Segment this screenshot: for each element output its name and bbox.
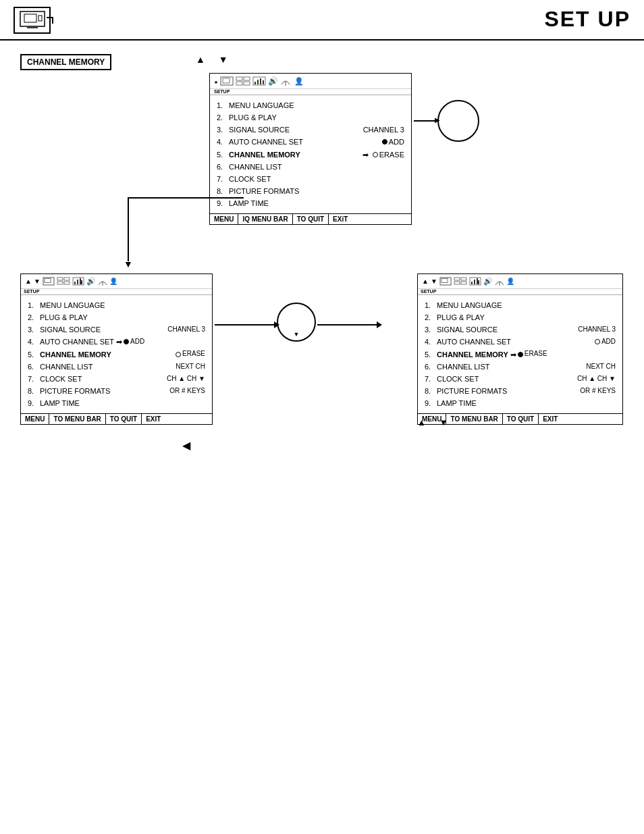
svg-rect-20 bbox=[64, 278, 70, 280]
bl-item-7: 7. CLOCK SET CH ▲ CH ▼ bbox=[28, 373, 205, 385]
bl-item-3: 3. SIGNAL SOURCE CHANNEL 3 bbox=[28, 323, 205, 336]
setup-label-br: SETUP bbox=[418, 289, 622, 295]
bl-item-5: 5. CHANNEL MEMORY ERASE bbox=[28, 348, 205, 361]
antenna-icon-bl bbox=[98, 278, 107, 286]
bottom-left-menu-footer: MENU TO MENU BAR TO QUIT EXIT bbox=[21, 413, 212, 424]
top-arrows: ▲ ▼ bbox=[196, 54, 234, 65]
device-icon bbox=[14, 7, 51, 34]
circle-middle: ▼ bbox=[277, 303, 316, 342]
radio-erase-top bbox=[373, 152, 378, 157]
svg-rect-2 bbox=[38, 16, 42, 21]
svg-rect-30 bbox=[454, 278, 460, 280]
br-item-5: 5. CHANNEL MEMORY ➡ ERASE bbox=[425, 348, 616, 361]
bl-item-1: 1. MENU LANGUAGE bbox=[28, 299, 205, 311]
bottom-right-menu-box: ▲ ▼ 🔊 👤 bbox=[417, 273, 623, 425]
menu-item-3: 3. SIGNAL SOURCE CHANNEL 3 bbox=[217, 124, 404, 136]
menu-item-4: 4. AUTO CHANNEL SET ADD bbox=[217, 136, 404, 148]
bl-item-4: 4. AUTO CHANNEL SET ➡ ADD bbox=[28, 336, 205, 348]
speaker-icon: 🔊 bbox=[268, 76, 278, 86]
br-item-1: 1. MENU LANGUAGE bbox=[425, 299, 616, 311]
svg-rect-26 bbox=[81, 280, 82, 284]
svg-rect-9 bbox=[244, 82, 250, 85]
svg-rect-23 bbox=[74, 282, 76, 284]
br-item-4: 4. AUTO CHANNEL SET ADD bbox=[425, 336, 616, 348]
br-item-2: 2. PLUG & PLAY bbox=[425, 311, 616, 323]
svg-rect-11 bbox=[254, 82, 256, 84]
tv-icon-br bbox=[439, 277, 452, 286]
svg-rect-18 bbox=[57, 278, 63, 280]
page-header: SET UP bbox=[0, 0, 644, 41]
person-icon-br: 👤 bbox=[506, 278, 514, 285]
page-title: SET UP bbox=[544, 7, 630, 32]
svg-rect-25 bbox=[80, 278, 81, 284]
cursor-arrow: ⬥ bbox=[214, 78, 218, 85]
person-icon: 👤 bbox=[294, 77, 304, 86]
br-item-3: 3. SIGNAL SOURCE CHANNEL 3 bbox=[425, 323, 616, 336]
bottom-right-menu-header: ▲ ▼ 🔊 👤 bbox=[418, 274, 622, 289]
svg-rect-6 bbox=[236, 77, 242, 80]
radio-add-top bbox=[382, 139, 387, 145]
bl-item-6: 6. CHANNEL LIST NEXT CH bbox=[28, 361, 205, 373]
speaker-icon-bl: 🔊 bbox=[86, 277, 96, 286]
svg-rect-13 bbox=[260, 78, 261, 84]
svg-rect-0 bbox=[20, 11, 45, 26]
svg-rect-33 bbox=[461, 282, 466, 284]
br-item-8: 8. PICTURE FORMATS OR # KEYS bbox=[425, 385, 616, 397]
svg-rect-8 bbox=[244, 77, 250, 80]
menu-item-5: 5. CHANNEL MEMORY ➡ ERASE bbox=[217, 149, 404, 161]
svg-rect-36 bbox=[474, 280, 475, 284]
bottom-left-menu-items: 1. MENU LANGUAGE 2. PLUG & PLAY 3. SIGNA… bbox=[21, 295, 212, 413]
setup-label-top: SETUP bbox=[210, 89, 411, 95]
arrow-down-h bbox=[128, 197, 244, 199]
top-menu-header: ⬥ 🔊 bbox=[210, 74, 411, 89]
menu-item-6: 6. CHANNEL LIST bbox=[217, 161, 404, 173]
setup-label-bl: SETUP bbox=[21, 289, 212, 295]
menu-item-2: 2. PLUG & PLAY bbox=[217, 111, 404, 124]
bar-icon bbox=[252, 76, 266, 86]
speaker-icon-br: 🔊 bbox=[483, 277, 493, 286]
menu-item-9: 9. LAMP TIME bbox=[217, 197, 404, 209]
svg-rect-17 bbox=[45, 279, 51, 283]
person-icon-bl: 👤 bbox=[109, 278, 117, 285]
tv-icon bbox=[220, 76, 234, 86]
br-item-7: 7. CLOCK SET CH ▲ CH ▼ bbox=[425, 373, 616, 385]
bottom-left-menu-box: ▲ ▼ 🔊 👤 bbox=[20, 273, 213, 425]
bl-item-2: 2. PLUG & PLAY bbox=[28, 311, 205, 323]
br-item-6: 6. CHANNEL LIST NEXT CH bbox=[425, 361, 616, 373]
bottom-right-menu-items: 1. MENU LANGUAGE 2. PLUG & PLAY 3. SIGNA… bbox=[418, 295, 622, 413]
svg-rect-35 bbox=[471, 282, 473, 284]
svg-rect-21 bbox=[64, 282, 70, 284]
bl-item-8: 8. PICTURE FORMATS OR # KEYS bbox=[28, 385, 205, 397]
channel-icon-bl bbox=[57, 277, 70, 286]
bottom-right-arrows: ▲ ▼ bbox=[417, 417, 453, 427]
arrow-bl-to-circle bbox=[215, 321, 279, 328]
circle-top-right bbox=[437, 100, 479, 142]
svg-rect-37 bbox=[477, 278, 478, 284]
svg-rect-12 bbox=[257, 80, 259, 84]
left-arrow-annotation: ◀ bbox=[182, 439, 190, 452]
bottom-left-menu-header: ▲ ▼ 🔊 👤 bbox=[21, 274, 212, 289]
svg-rect-32 bbox=[461, 278, 466, 280]
menu-item-7: 7. CLOCK SET bbox=[217, 173, 404, 185]
svg-rect-14 bbox=[263, 80, 264, 84]
antenna-icon bbox=[280, 76, 291, 86]
br-item-9: 9. LAMP TIME bbox=[425, 397, 616, 409]
channel-memory-label: CHANNEL MEMORY bbox=[20, 54, 111, 70]
arrow-down-v bbox=[128, 197, 129, 261]
svg-rect-7 bbox=[236, 82, 242, 85]
svg-rect-29 bbox=[441, 279, 448, 283]
svg-rect-1 bbox=[24, 14, 36, 22]
svg-rect-31 bbox=[454, 282, 460, 284]
arrow-top-to-circle bbox=[414, 120, 437, 122]
svg-rect-24 bbox=[77, 280, 78, 284]
antenna-icon-br bbox=[495, 278, 504, 286]
svg-rect-5 bbox=[223, 78, 230, 83]
bl-item-9: 9. LAMP TIME bbox=[28, 397, 205, 409]
channel-icon-br bbox=[454, 277, 467, 286]
tv-icon-bl bbox=[43, 277, 55, 286]
bar-icon-bl bbox=[72, 277, 84, 286]
bar-icon-br bbox=[469, 277, 481, 286]
svg-rect-38 bbox=[478, 280, 479, 284]
channel-icon bbox=[236, 76, 250, 86]
top-menu-items: 1. MENU LANGUAGE 2. PLUG & PLAY 3. SIGNA… bbox=[210, 95, 411, 213]
